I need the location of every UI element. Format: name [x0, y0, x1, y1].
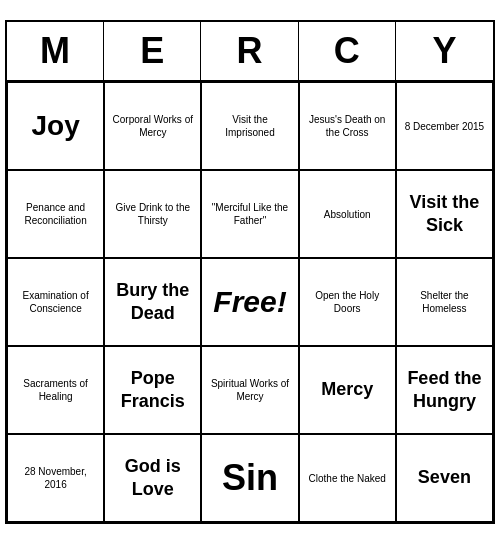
header-letter: Y — [396, 22, 493, 80]
header-letter: M — [7, 22, 104, 80]
bingo-cell: 8 December 2015 — [396, 82, 493, 170]
bingo-cell: Feed the Hungry — [396, 346, 493, 434]
cell-text: Joy — [31, 108, 79, 144]
bingo-card: MERCY JoyCorporal Works of MercyVisit th… — [5, 20, 495, 524]
bingo-cell: Seven — [396, 434, 493, 522]
bingo-cell: Visit the Sick — [396, 170, 493, 258]
bingo-cell: "Merciful Like the Father" — [201, 170, 298, 258]
header-letter: C — [299, 22, 396, 80]
bingo-cell: Joy — [7, 82, 104, 170]
cell-text: Mercy — [321, 378, 373, 401]
bingo-header: MERCY — [7, 22, 493, 82]
bingo-cell: Open the Holy Doors — [299, 258, 396, 346]
bingo-cell: Bury the Dead — [104, 258, 201, 346]
cell-text: Visit the Imprisoned — [206, 113, 293, 139]
header-letter: E — [104, 22, 201, 80]
bingo-cell: Visit the Imprisoned — [201, 82, 298, 170]
bingo-grid: JoyCorporal Works of MercyVisit the Impr… — [7, 82, 493, 522]
cell-text: Visit the Sick — [401, 191, 488, 238]
bingo-cell: Examination of Conscience — [7, 258, 104, 346]
cell-text: Sin — [222, 455, 278, 502]
bingo-cell: Corporal Works of Mercy — [104, 82, 201, 170]
bingo-cell: Clothe the Naked — [299, 434, 396, 522]
cell-text: Feed the Hungry — [401, 367, 488, 414]
bingo-cell: Spiritual Works of Mercy — [201, 346, 298, 434]
cell-text: Penance and Reconciliation — [12, 201, 99, 227]
bingo-cell: Sacraments of Healing — [7, 346, 104, 434]
cell-text: Pope Francis — [109, 367, 196, 414]
cell-text: Give Drink to the Thirsty — [109, 201, 196, 227]
bingo-cell: Shelter the Homeless — [396, 258, 493, 346]
cell-text: Spiritual Works of Mercy — [206, 377, 293, 403]
bingo-cell: Absolution — [299, 170, 396, 258]
bingo-cell: Penance and Reconciliation — [7, 170, 104, 258]
cell-text: Corporal Works of Mercy — [109, 113, 196, 139]
cell-text: Absolution — [324, 208, 371, 221]
cell-text: 28 November, 2016 — [12, 465, 99, 491]
cell-text: Open the Holy Doors — [304, 289, 391, 315]
bingo-cell: Mercy — [299, 346, 396, 434]
cell-text: Shelter the Homeless — [401, 289, 488, 315]
cell-text: Examination of Conscience — [12, 289, 99, 315]
bingo-cell: Pope Francis — [104, 346, 201, 434]
bingo-cell: Jesus's Death on the Cross — [299, 82, 396, 170]
cell-text: Sacraments of Healing — [12, 377, 99, 403]
cell-text: Free! — [213, 285, 286, 319]
cell-text: Seven — [418, 466, 471, 489]
bingo-cell: Give Drink to the Thirsty — [104, 170, 201, 258]
bingo-cell: Free! — [201, 258, 298, 346]
header-letter: R — [201, 22, 298, 80]
cell-text: Clothe the Naked — [309, 472, 386, 485]
cell-text: "Merciful Like the Father" — [206, 201, 293, 227]
bingo-cell: 28 November, 2016 — [7, 434, 104, 522]
cell-text: Bury the Dead — [109, 279, 196, 326]
cell-text: Jesus's Death on the Cross — [304, 113, 391, 139]
bingo-cell: Sin — [201, 434, 298, 522]
cell-text: 8 December 2015 — [405, 120, 485, 133]
cell-text: God is Love — [109, 455, 196, 502]
bingo-cell: God is Love — [104, 434, 201, 522]
